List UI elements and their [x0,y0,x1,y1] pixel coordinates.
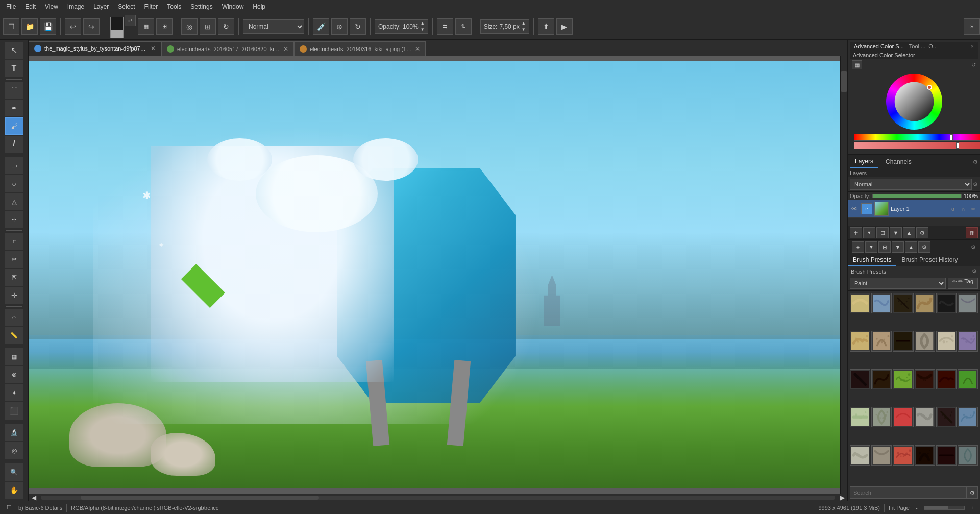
brush-tag-btn[interactable]: ✏ ✏ Tag [948,278,978,289]
mirror-h-btn[interactable]: ⇆ [437,18,453,35]
menu-help[interactable]: Help [249,2,270,11]
freehand-select-btn[interactable]: ⊹ [5,211,23,228]
menu-select[interactable]: Select [114,2,139,11]
undo-btn[interactable]: ↩ [65,18,81,35]
open-file-btn[interactable]: 📁 [21,18,38,35]
tab-1[interactable]: the_magic_stylus_by_tysontan-d9fp872.png… [29,41,161,56]
brush-item-b25[interactable] [850,445,870,466]
brush-item-b21[interactable] [893,407,913,427]
brush-item-b17[interactable] [936,369,957,389]
brush-item-b22[interactable] [915,407,935,427]
redo-btn[interactable]: ↪ [83,18,100,35]
mirror-canvas-btn[interactable]: ↻ [350,18,366,35]
brush-category-select[interactable]: Paint Sketch Ink Texture [850,278,946,289]
brush-panel-add-btn[interactable]: + [852,241,864,253]
expand-btn[interactable]: » [964,18,980,35]
line-tool-btn[interactable]: / [5,136,23,153]
hscroll-handle[interactable] [81,496,319,500]
blend-mode-select[interactable]: Normal Multiply Screen Overlay [243,19,304,34]
zoom-slider[interactable] [924,506,965,510]
set-eraser-btn[interactable]: ◎ [181,18,198,35]
canvas-pressure-btn[interactable]: ⬆ [538,18,554,35]
menu-image[interactable]: Image [63,2,88,11]
move-layer-up-btn[interactable]: ▲ [903,227,915,238]
brush-item-b1[interactable] [850,293,870,313]
brush-panel-settings-btn[interactable]: ⚙ [971,244,978,251]
eyedropper-btn[interactable]: 🔬 [5,424,23,441]
brush-item-b15[interactable] [893,369,913,389]
advanced-color-selector-tab[interactable]: Advanced Color S... [854,43,904,50]
fit-page-label[interactable]: Fit Page [889,505,910,511]
tab-2[interactable]: electrichearts_20160517_20160820_kiki_02… [161,41,294,56]
brush-editor-btn[interactable]: ⊞ [156,18,173,35]
new-document-btn[interactable]: ☐ [3,18,19,35]
preserve-alpha-btn[interactable]: ⊞ [200,18,216,35]
calligraphy-btn[interactable]: ✒ [5,100,23,116]
tab-3-close[interactable]: ✕ [415,45,420,53]
brush-item-b10[interactable] [915,331,935,351]
freehand-path-btn[interactable]: ⌒ [5,82,23,99]
hscroll-track[interactable] [41,496,835,500]
menu-file[interactable]: File [2,2,20,11]
saturation-slider[interactable] [854,142,980,149]
brush-panel-grid-btn[interactable]: ⊞ [878,241,891,253]
sat-slider-handle[interactable] [956,142,959,149]
brush-item-b27[interactable] [893,445,913,466]
hue-slider[interactable] [854,134,980,141]
tab-2-close[interactable]: ✕ [283,45,288,53]
select-tool-btn[interactable]: ↖ [5,42,23,59]
measure-tool-btn[interactable]: 📏 [5,327,23,344]
layer-opacity-slider[interactable] [872,194,962,198]
brush-item-b28[interactable] [915,445,935,466]
tab-3[interactable]: electrichearts_20190316_kiki_a.png (191,… [294,41,426,56]
group-layer-btn[interactable]: ⊞ [876,227,889,238]
channels-tab[interactable]: Channels [880,156,917,167]
assistant-tool-btn[interactable]: ⌓ [5,309,23,326]
text-tool-btn[interactable]: T [5,60,23,77]
brush-preset-history-tab[interactable]: Brush Preset History [896,254,963,266]
move-tool-btn[interactable]: ✛ [5,287,23,304]
brush-item-b19[interactable] [850,407,870,427]
brush-item-b23[interactable] [936,407,957,427]
layers-settings-btn[interactable]: ⚙ [973,159,978,165]
contiguous-select-btn[interactable]: ⌗ [5,233,23,250]
brush-item-b5[interactable] [936,293,957,313]
add-layer-btn[interactable]: + [850,227,862,238]
tab-1-close[interactable]: ✕ [151,45,156,52]
brush-item-b6[interactable] [958,293,978,313]
foreground-color-swatch[interactable] [110,17,124,30]
brush-item-b20[interactable] [871,407,892,427]
polygon-tool-btn[interactable]: △ [5,193,23,210]
layer-properties-btn[interactable]: ⚙ [916,227,928,238]
layer-1-visibility[interactable]: 👁 [850,204,859,213]
smart-patch-btn[interactable]: ✦ [5,384,23,401]
brush-item-b16[interactable] [915,369,935,389]
hue-slider-handle[interactable] [950,134,953,140]
menu-edit[interactable]: Edit [21,2,40,11]
brush-presets-settings[interactable]: ⚙ [972,268,977,275]
brush-item-b7[interactable] [850,331,870,351]
add-layer-type-btn[interactable]: ▼ [863,227,875,238]
brush-panel-down-btn[interactable]: ▼ [892,241,904,253]
brush-panel-up-btn[interactable]: ▲ [905,241,917,253]
vscroll-handle[interactable] [841,71,847,92]
layers-panel-settings[interactable]: ⚙ [973,181,978,188]
fill-tool-btn[interactable]: ⬛ [5,402,23,419]
canvas-viewport[interactable]: ✱ ✦ [29,56,840,494]
layer-1-inherit-alpha[interactable]: ∩ [959,204,968,213]
brush-search-settings[interactable]: ⚙ [967,486,978,499]
brush-presets-tab[interactable]: Brush Presets [848,254,896,266]
brush-item-b8[interactable] [871,331,892,351]
other-panel-tab[interactable]: O... [928,43,938,50]
brush-panel-type-btn[interactable]: ▼ [865,241,877,253]
layer-1-alpha-lock[interactable]: α [948,204,958,213]
color-panel-refresh[interactable]: ↺ [971,62,976,68]
hscroll-right-btn[interactable]: ▶ [837,495,847,501]
brush-item-b13[interactable] [850,369,870,389]
multibrush-tool-btn[interactable]: ⊗ [5,366,23,383]
tool-panel-tab[interactable]: Tool ... [909,43,925,50]
hscroll-left-btn[interactable]: ◀ [29,495,39,501]
brush-item-b12[interactable] [958,331,978,351]
brush-search-input[interactable] [850,486,967,499]
brush-item-b26[interactable] [871,445,892,466]
